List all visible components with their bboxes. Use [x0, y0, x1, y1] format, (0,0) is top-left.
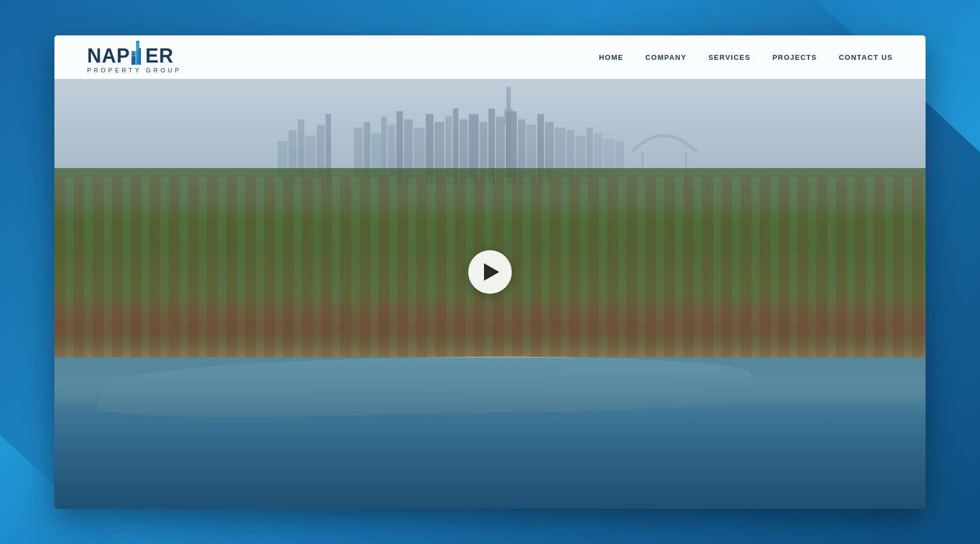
- logo-text-group: NAP: [87, 41, 182, 73]
- nav-services[interactable]: SERVICES: [708, 53, 751, 61]
- svg-rect-43: [132, 52, 133, 54]
- water-layer: [54, 357, 926, 509]
- svg-rect-47: [137, 44, 138, 45]
- svg-rect-48: [137, 46, 138, 48]
- logo-tagline: PROPERTY GROUP: [87, 67, 182, 73]
- svg-rect-42: [137, 41, 138, 43]
- svg-rect-49: [137, 48, 138, 50]
- play-button[interactable]: [468, 250, 512, 294]
- logo-er: ER: [145, 46, 174, 66]
- browser-frame: NAP: [54, 35, 926, 509]
- nav-projects[interactable]: PROJECTS: [773, 53, 817, 61]
- navigation: HOME COMPANY SERVICES PROJECTS CONTACT U…: [599, 53, 893, 61]
- svg-rect-46: [134, 55, 135, 57]
- svg-rect-44: [134, 52, 135, 54]
- svg-rect-45: [132, 55, 133, 57]
- building-icon: [131, 41, 144, 65]
- header: NAP: [54, 35, 926, 79]
- play-icon: [484, 263, 499, 281]
- nav-home[interactable]: HOME: [599, 53, 623, 61]
- nav-contact[interactable]: CONTACT US: [839, 53, 893, 61]
- hero-section: [54, 35, 926, 509]
- logo-nap: NAP: [87, 46, 130, 66]
- logo-wordmark: NAP: [87, 41, 174, 66]
- logo[interactable]: NAP: [87, 41, 182, 73]
- nav-company[interactable]: COMPANY: [645, 53, 687, 61]
